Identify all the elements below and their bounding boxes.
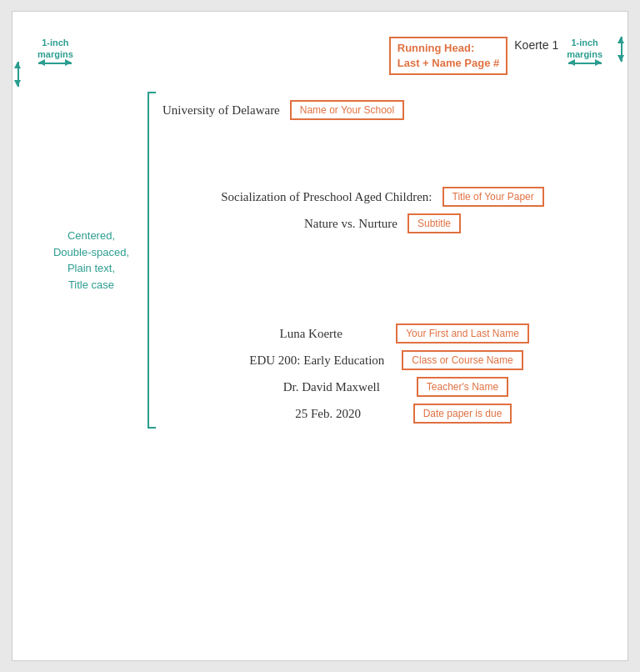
- school-actual: University of Delaware: [162, 103, 280, 118]
- running-head-sub: Last + Name Page #: [398, 56, 499, 71]
- course-placeholder-box: Class or Course Name: [402, 350, 522, 370]
- right-margin-label: 1-inch margins: [567, 37, 602, 61]
- paper-subtitle-actual: Nature vs. Nurture: [304, 217, 398, 231]
- content-area: Centered, Double-spaced, Plain text, Tit…: [38, 92, 602, 429]
- teacher-actual: Dr. David Maxwell: [257, 380, 407, 394]
- date-actual: 25 Feb. 2020: [253, 407, 403, 421]
- main-content: University of Delaware Name or Your Scho…: [162, 92, 602, 429]
- course-actual: EDU 200: Early Education: [242, 354, 392, 368]
- school-placeholder-box: Name or Your School: [290, 100, 404, 120]
- left-annotation: Centered, Double-spaced, Plain text, Tit…: [38, 92, 138, 429]
- paper-title-actual: Socialization of Preschool Aged Children…: [221, 190, 432, 204]
- paper-title-placeholder-box: Title of Your Paper: [442, 187, 544, 207]
- left-margin-arrow: [38, 63, 72, 64]
- right-margin-arrow: [568, 63, 602, 64]
- subtitle-row: Nature vs. Nurture Subtitle: [162, 213, 602, 233]
- annotation-text: Centered, Double-spaced, Plain text, Tit…: [53, 228, 129, 293]
- teacher-placeholder-box: Teacher's Name: [417, 377, 508, 397]
- school-row: University of Delaware Name or Your Scho…: [162, 100, 602, 120]
- author-name-placeholder-box: Your First and Last Name: [396, 323, 529, 344]
- left-margin-indicator: 1-inch margins: [38, 37, 73, 64]
- date-row: 25 Feb. 2020 Date paper is due: [162, 404, 602, 424]
- info-section: Luna Koerte Your First and Last Name EDU…: [162, 323, 602, 429]
- right-vert-arrow-shape: [621, 37, 622, 62]
- date-placeholder-box: Date paper is due: [413, 404, 512, 424]
- running-head-area: Running Head: Last + Name Page # Koerte …: [73, 37, 558, 75]
- running-head-box: Running Head: Last + Name Page #: [389, 37, 508, 75]
- paper-subtitle-placeholder-box: Subtitle: [408, 213, 461, 233]
- title-row: Socialization of Preschool Aged Children…: [162, 187, 602, 207]
- left-vert-arrow-shape: [18, 62, 19, 87]
- teacher-row: Dr. David Maxwell Teacher's Name: [162, 377, 602, 397]
- right-vert-arrow: [621, 37, 622, 62]
- right-margin-indicator: 1-inch margins: [567, 37, 602, 64]
- page: 1-inch margins Running Head: Last + Name…: [12, 11, 628, 661]
- left-vert-arrow: [18, 62, 19, 87]
- page-number: Koerte 1: [514, 37, 558, 52]
- course-row: EDU 200: Early Education Class or Course…: [162, 350, 602, 370]
- bracket-area: University of Delaware Name or Your Scho…: [138, 92, 602, 429]
- header: 1-inch margins Running Head: Last + Name…: [38, 37, 602, 75]
- bracket: [138, 92, 152, 429]
- running-head-label: Running Head:: [398, 41, 499, 56]
- title-section: Socialization of Preschool Aged Children…: [162, 187, 602, 240]
- name-row: Luna Koerte Your First and Last Name: [162, 323, 602, 344]
- left-margin-label: 1-inch margins: [38, 37, 73, 61]
- author-name-actual: Luna Koerte: [236, 327, 386, 341]
